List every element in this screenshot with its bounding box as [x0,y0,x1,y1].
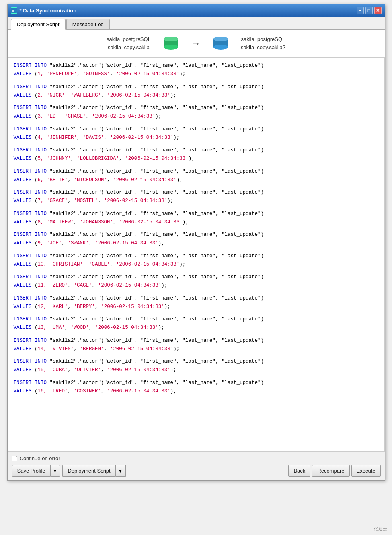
window-title: * Data Synchronization [20,8,77,14]
sql-block: INSERT INTO "sakila2"."actor"("actor_id"… [14,357,379,375]
save-profile-dropdown-button[interactable]: ▼ [50,465,60,477]
bottom-bar: Continue on error Save Profile ▼ Deploym… [8,452,385,480]
svg-text:≡: ≡ [12,8,14,13]
app-icon: ≡ [11,7,17,14]
sql-insert-line: INSERT INTO "sakila2"."actor"("actor_id"… [14,231,379,239]
maximize-button[interactable]: □ [365,7,373,14]
sql-insert-line: INSERT INTO "sakila2"."actor"("actor_id"… [14,252,379,260]
sql-block: INSERT INTO "sakila2"."actor"("actor_id"… [14,104,379,121]
continue-on-error-row: Continue on error [12,455,381,461]
sql-values-line: VALUES (16, 'FRED', 'COSTNER', '2006-02-… [14,387,379,396]
deployment-script-dropdown-button[interactable]: ▼ [115,465,125,477]
sql-values-line: VALUES (15, 'CUBA', 'OLIVIER', '2006-02-… [14,366,379,374]
back-button[interactable]: Back [288,465,310,477]
main-window: ≡ * Data Synchronization − □ ✕ Deploymen… [7,4,385,481]
close-button[interactable]: ✕ [374,7,382,14]
sql-insert-line: INSERT INTO "sakila2"."actor"("actor_id"… [14,125,379,134]
sql-block: INSERT INTO "sakila2"."actor"("actor_id"… [14,252,379,269]
execute-button[interactable]: Execute [351,465,381,477]
title-bar-controls: − □ ✕ [357,7,382,14]
buttons-row: Save Profile ▼ Deployment Script ▼ Back … [12,465,381,477]
sql-block: INSERT INTO "sakila2"."actor"("actor_id"… [14,273,379,290]
watermark: 亿速云 [374,526,387,532]
source-db-icon [163,36,179,51]
sql-values-line: VALUES (6, 'BETTE', 'NICHOLSON', '2006-0… [14,176,379,184]
sql-block: INSERT INTO "sakila2"."actor"("actor_id"… [14,188,379,206]
svg-point-5 [164,37,178,41]
continue-on-error-checkbox[interactable] [12,456,17,461]
sql-values-line: VALUES (5, 'JOHNNY', 'LOLLOBRIGIDA', '20… [14,155,379,163]
sql-block: INSERT INTO "sakila2"."actor"("actor_id"… [14,210,379,227]
sql-values-line: VALUES (14, 'VIVIEN', 'BERGEN', '2006-02… [14,345,379,353]
continue-on-error-label: Continue on error [20,455,60,461]
sql-insert-line: INSERT INTO "sakila2"."actor"("actor_id"… [14,167,379,176]
title-bar-left: ≡ * Data Synchronization [11,7,77,14]
sql-block: INSERT INTO "sakila2"."actor"("actor_id"… [14,231,379,248]
script-area[interactable]: INSERT INTO "sakila2"."actor"("actor_id"… [8,57,385,452]
sql-values-line: VALUES (11, 'ZERO', 'CAGE', '2006-02-15 … [14,281,379,290]
tab-message-log[interactable]: Message Log [66,19,110,29]
sql-block: INSERT INTO "sakila2"."actor"("actor_id"… [14,337,379,354]
save-profile-btn-group: Save Profile ▼ [12,465,61,477]
deployment-script-btn-group: Deployment Script ▼ [62,465,125,477]
sql-insert-line: INSERT INTO "sakila2"."actor"("actor_id"… [14,188,379,197]
sync-arrow-icon: → [191,38,201,49]
minimize-button[interactable]: − [357,7,364,14]
target-line1: sakila_postgreSQL [241,35,285,43]
target-line2: sakila_copy.sakila2 [241,43,285,52]
svg-point-8 [213,45,228,50]
sql-block: INSERT INTO "sakila2"."actor"("actor_id"… [14,146,379,163]
sql-insert-line: INSERT INTO "sakila2"."actor"("actor_id"… [14,294,379,303]
sql-values-line: VALUES (7, 'GRACE', 'MOSTEL', '2006-02-1… [14,197,379,205]
sql-values-line: VALUES (9, 'JOE', 'SWANK', '2006-02-15 0… [14,239,379,248]
sql-block: INSERT INTO "sakila2"."actor"("actor_id"… [14,315,379,333]
tabs-bar: Deployment Script Message Log [8,17,385,30]
connection-header: sakila_postgreSQL sakila_copy.sakila → s… [8,30,385,57]
sql-insert-line: INSERT INTO "sakila2"."actor"("actor_id"… [14,273,379,281]
sql-values-line: VALUES (4, 'JENNIFER', 'DAVIS', '2006-02… [14,134,379,142]
svg-point-9 [213,37,228,41]
sql-insert-line: INSERT INTO "sakila2"."actor"("actor_id"… [14,210,379,218]
recompare-button[interactable]: Recompare [312,465,349,477]
sql-insert-line: INSERT INTO "sakila2"."actor"("actor_id"… [14,379,379,387]
sql-values-line: VALUES (8, 'MATTHEW', 'JOHANSSON', '2006… [14,218,379,227]
sql-block: INSERT INTO "sakila2"."actor"("actor_id"… [14,294,379,312]
sql-insert-line: INSERT INTO "sakila2"."actor"("actor_id"… [14,357,379,366]
tab-deployment-script[interactable]: Deployment Script [11,19,66,30]
target-db-info: sakila_postgreSQL sakila_copy.sakila2 [241,35,285,51]
source-line2: sakila_copy.sakila [107,43,151,52]
sql-insert-line: INSERT INTO "sakila2"."actor"("actor_id"… [14,315,379,324]
sql-values-line: VALUES (2, 'NICK', 'WAHLBERG', '2006-02-… [14,91,379,100]
sql-block: INSERT INTO "sakila2"."actor"("actor_id"… [14,62,379,79]
deployment-script-button[interactable]: Deployment Script [62,465,115,477]
source-db-info: sakila_postgreSQL sakila_copy.sakila [107,35,151,51]
right-buttons: Back Recompare Execute [288,465,380,477]
sql-insert-line: INSERT INTO "sakila2"."actor"("actor_id"… [14,337,379,345]
sql-block: INSERT INTO "sakila2"."actor"("actor_id"… [14,83,379,100]
sql-values-line: VALUES (1, 'PENELOPE', 'GUINESS', '2006-… [14,70,379,78]
sql-insert-line: INSERT INTO "sakila2"."actor"("actor_id"… [14,146,379,155]
sql-values-line: VALUES (3, 'ED', 'CHASE', '2006-02-15 04… [14,112,379,121]
sql-insert-line: INSERT INTO "sakila2"."actor"("actor_id"… [14,83,379,91]
save-profile-button[interactable]: Save Profile [12,465,50,477]
target-db-icon [213,36,229,51]
sql-block: INSERT INTO "sakila2"."actor"("actor_id"… [14,125,379,143]
sql-block: INSERT INTO "sakila2"."actor"("actor_id"… [14,379,379,396]
sql-values-line: VALUES (10, 'CHRISTIAN', 'GABLE', '2006-… [14,260,379,269]
sql-insert-line: INSERT INTO "sakila2"."actor"("actor_id"… [14,104,379,112]
title-bar: ≡ * Data Synchronization − □ ✕ [8,4,385,17]
sql-block: INSERT INTO "sakila2"."actor"("actor_id"… [14,167,379,185]
svg-point-4 [164,45,178,50]
sql-insert-line: INSERT INTO "sakila2"."actor"("actor_id"… [14,62,379,70]
sql-values-line: VALUES (12, 'KARL', 'BERRY', '2006-02-15… [14,303,379,311]
source-line1: sakila_postgreSQL [107,35,151,43]
sql-values-line: VALUES (13, 'UMA', 'WOOD', '2006-02-15 0… [14,324,379,332]
